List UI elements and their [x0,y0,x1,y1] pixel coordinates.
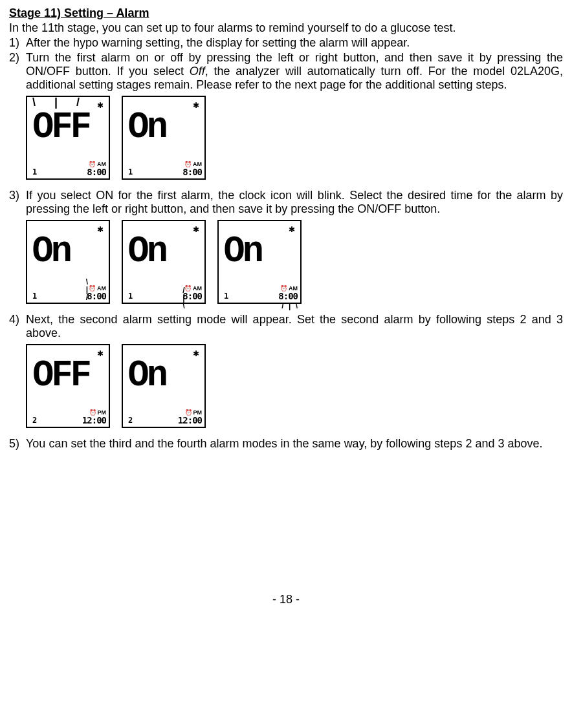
blink-marks-icon: / | \ [182,286,190,310]
alarm-slot: 1 [224,292,228,301]
settings-icon: ✱ [289,225,295,234]
settings-icon: ✱ [193,349,199,358]
blink-marks-icon: \ | / [86,278,89,301]
lcd-row-1: \ | / ✱ OFF 1 AM 8:00 ✱ On 1 AM 8:00 [26,96,563,180]
lcd-big-text: OFF [32,357,89,394]
lcd-big-text: OFF [32,109,89,146]
list-item-1: 1) After the hypo warning setting, the d… [9,36,563,50]
list-item-5: 5) You can set the third and the fourth … [9,437,563,451]
time-value: 12:00 [178,416,202,425]
settings-icon: ✱ [97,349,104,358]
lcd-big-text: On [128,357,166,394]
time-value: 8:00 [278,292,298,301]
settings-icon: ✱ [97,101,104,110]
blink-marks-icon: / | \ [281,302,299,310]
alarm-slot: 2 [32,416,37,425]
page-number: - 18 - [9,593,563,606]
time-value: 8:00 [87,292,106,301]
item-text: You can set the third and the fourth ala… [26,437,563,451]
lcd-off-1: \ | / ✱ OFF 1 AM 8:00 [26,96,110,180]
lcd-on-hour-blink: ✱ On 1 \ | / AM 8:00 [26,220,110,304]
item-text: If you select ON for the first alarm, th… [26,189,563,216]
alarm-slot: 2 [128,416,133,425]
item-number: 5) [9,437,26,451]
item-text: Next, the second alarm setting mode will… [26,313,563,340]
time-value: 12:00 [82,416,106,425]
item-number: 1) [9,36,26,50]
item-number: 3) [9,189,26,216]
off-italic: Off [190,65,205,78]
heading: Stage 11) Setting – Alarm [9,6,563,20]
alarm-slot: 1 [128,167,133,177]
lcd-big-text: On [128,109,166,146]
list-item-3: 3) If you select ON for the first alarm,… [9,189,563,216]
lcd-row-2: ✱ On 1 \ | / AM 8:00 ✱ On 1 AM 8:00 / | … [26,220,563,304]
alarm-slot: 1 [32,292,37,301]
lcd-off-2: ✱ OFF 2 PM 12:00 [26,344,110,428]
item-text: Turn the first alarm on or off by pressi… [26,51,563,92]
lcd-on-1: ✱ On 1 AM 8:00 [122,96,206,180]
lcd-big-text: On [224,233,262,270]
alarm-slot: 1 [32,167,37,177]
settings-icon: ✱ [193,101,199,110]
lcd-on-2: ✱ On 2 PM 12:00 [122,344,206,428]
item-number: 2) [9,51,26,92]
intro-text: In the 11th stage, you can set up to fou… [9,21,563,35]
lcd-on-min-set: ✱ On 1 AM 8:00 / | \ [217,220,302,304]
settings-icon: ✱ [97,225,104,234]
item-number: 4) [9,313,26,340]
lcd-on-hour-set: ✱ On 1 AM 8:00 / | \ [122,220,206,304]
lcd-row-3: ✱ OFF 2 PM 12:00 ✱ On 2 PM 12:00 [26,344,563,428]
time-value: 8:00 [182,167,202,177]
list-item-2: 2) Turn the first alarm on or off by pre… [9,51,563,92]
settings-icon: ✱ [193,225,199,234]
alarm-slot: 1 [128,292,133,301]
item-text: After the hypo warning setting, the disp… [26,36,563,50]
lcd-big-text: On [32,233,71,270]
time-value: 8:00 [87,167,106,177]
lcd-big-text: On [128,233,166,270]
list-item-4: 4) Next, the second alarm setting mode w… [9,313,563,340]
